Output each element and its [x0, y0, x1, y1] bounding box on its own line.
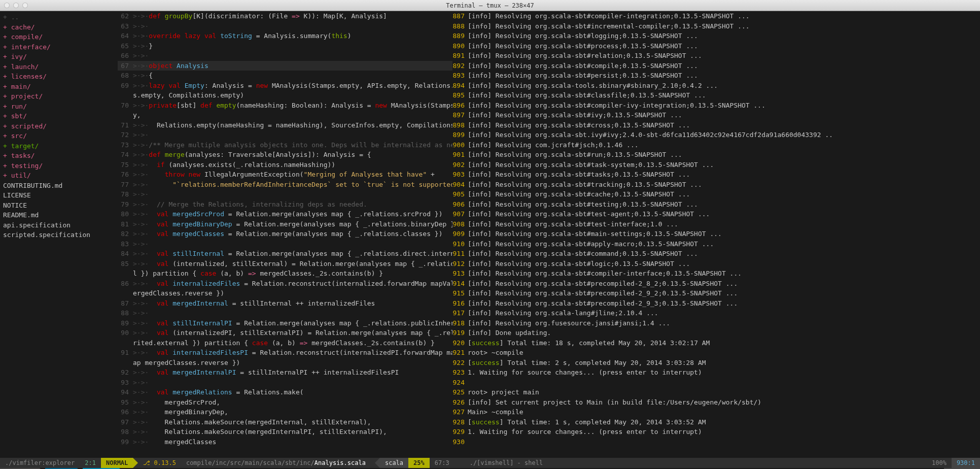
file-item[interactable]: README.md	[0, 210, 118, 220]
file-item[interactable]: LICENSE	[0, 190, 118, 200]
file-item[interactable]: api.specification	[0, 220, 118, 230]
code-line[interactable]: 81>·>· val mergedBinaryDep = Relation.me…	[118, 219, 452, 229]
code-line[interactable]: 86>·>· val internalizedFiles = Relation.…	[118, 279, 452, 289]
dir-item[interactable]: + testing/	[0, 161, 118, 171]
code-line[interactable]: 82>·>· val mergedClasses = Relation.merg…	[118, 229, 452, 239]
log-line: 912[info] Resolving org.scala-sbt#logic;…	[452, 259, 980, 269]
fold-marks: >·>·	[133, 378, 149, 388]
code-line[interactable]: 74>·>·def merge(analyses: Traversable[An…	[118, 150, 452, 160]
code-line[interactable]: 77>·>· "`relations.memberRefAndInheritan…	[118, 180, 452, 190]
dir-item[interactable]: + cache/	[0, 22, 118, 32]
status-cursor: 67:3	[430, 458, 454, 468]
code-line[interactable]: 67>·>·object Analysis	[118, 61, 452, 71]
code-line[interactable]: 78>·>·	[118, 189, 452, 199]
code-line[interactable]: 73>·>·/** Merge multiple analysis object…	[118, 140, 452, 150]
traffic-lights[interactable]	[4, 3, 28, 8]
line-number: 71	[118, 120, 133, 130]
dir-item[interactable]: + ivy/	[0, 52, 118, 62]
code-line[interactable]: 87>·>· val mergedInternal = stillInterna…	[118, 298, 452, 309]
dir-item[interactable]: + target/	[0, 141, 118, 151]
code-line[interactable]: 85>·>· val (internalized, stillExternal)…	[118, 259, 452, 269]
code-line[interactable]: 96>·>· mergedBinaryDep,	[118, 407, 452, 417]
code-line[interactable]: 66>·>·	[118, 51, 452, 61]
code-line[interactable]: 94>·>· val mergedRelations = Relations.m…	[118, 387, 452, 397]
code-line[interactable]: 79>·>· // Merge the Relations, internali…	[118, 199, 452, 210]
code-text: val mergedSrcProd = Relation.merge(analy…	[149, 209, 442, 219]
code-text: lazy val Empty: Analysis = new MAnalysis…	[149, 81, 452, 91]
dir-item[interactable]: + licenses/	[0, 72, 118, 82]
code-editor[interactable]: 62>·>·def groupBy[K](discriminator: (Fil…	[118, 11, 452, 458]
sbt-shell[interactable]: 887[info] Resolving org.scala-sbt#compil…	[452, 11, 980, 458]
code-line[interactable]: 83>·>·	[118, 239, 452, 249]
fold-marks: >·>·	[133, 387, 149, 397]
code-line[interactable]: 62>·>·def groupBy[K](discriminator: (Fil…	[118, 11, 452, 21]
fold-marks: >·>·	[133, 189, 149, 199]
code-line[interactable]: 91>·>· val internalizedFilesPI = Relatio…	[118, 348, 452, 358]
code-line[interactable]: 98>·>· Relations.makeSource(mergedIntern…	[118, 427, 452, 437]
file-item[interactable]: CONTRIBUTING.md	[0, 181, 118, 191]
log-line: 895[info] Resolving org.scala-sbt#classf…	[452, 90, 980, 100]
code-line[interactable]: s.empty, Compilations.empty)	[118, 90, 452, 100]
fold-marks: >·>·	[133, 160, 149, 170]
fold-marks: >·>·	[133, 100, 149, 111]
code-line[interactable]: 64>·>·override lazy val toString = Analy…	[118, 31, 452, 41]
file-item[interactable]: + ..	[0, 12, 118, 22]
code-line[interactable]: rited.external }) partition { case (a, b…	[118, 338, 452, 348]
log-text: [info] Resolving org.scala-sbt#run;0.13.…	[468, 150, 682, 160]
fold-marks: >·>·	[133, 367, 149, 378]
log-line-number: 907	[452, 209, 468, 219]
code-line[interactable]: 71>·>· Relations.empty(nameHashing = nam…	[118, 120, 452, 130]
dir-item[interactable]: + src/	[0, 131, 118, 141]
code-line[interactable]: 76>·>· throw new IllegalArgumentExceptio…	[118, 170, 452, 180]
code-line[interactable]: 72>·>·	[118, 130, 452, 140]
file-item[interactable]: NOTICE	[0, 200, 118, 211]
dir-item[interactable]: + project/	[0, 91, 118, 102]
dir-item[interactable]: + tasks/	[0, 151, 118, 161]
code-line[interactable]: 95>·>· mergedSrcProd,	[118, 397, 452, 408]
code-line[interactable]: y,	[118, 110, 452, 120]
code-text: mergedBinaryDep,	[149, 407, 228, 417]
code-line[interactable]: 93>·>·	[118, 378, 452, 388]
minimize-button[interactable]	[13, 3, 19, 8]
dir-item[interactable]: + util/	[0, 171, 118, 181]
dir-item[interactable]: + scripted/	[0, 121, 118, 131]
line-number	[118, 110, 133, 120]
file-explorer[interactable]: + ..+ cache/+ compile/+ interface/+ ivy/…	[0, 11, 118, 458]
code-line[interactable]: 88>·>·	[118, 308, 452, 318]
dir-item[interactable]: + sbt/	[0, 111, 118, 121]
file-item[interactable]: scripted.specification	[0, 230, 118, 240]
dir-item[interactable]: + launch/	[0, 62, 118, 72]
code-text: "`relations.memberRefAndInheritanceDeps`…	[149, 180, 452, 190]
code-line[interactable]: 80>·>· val mergedSrcProd = Relation.merg…	[118, 209, 452, 219]
dir-item[interactable]: + compile/	[0, 32, 118, 42]
fold-marks: >·>·	[133, 21, 149, 31]
code-text: s.empty, Compilations.empty)	[133, 90, 244, 100]
code-line[interactable]: 65>·>·}	[118, 41, 452, 51]
code-line[interactable]: 90>·>· val (internalizedPI, stillExterna…	[118, 328, 452, 338]
log-line: 921root> ~compile	[452, 348, 980, 358]
dir-item[interactable]: + main/	[0, 82, 118, 92]
code-line[interactable]: 70>·>·private[sbt] def empty(nameHashing…	[118, 100, 452, 111]
log-line: 916[info] Resolving org.scala-sbt#precom…	[452, 298, 980, 309]
code-line[interactable]: ergedClasses.reverse })	[118, 288, 452, 298]
code-line[interactable]: 75>·>· if (analyses.exists(_.relations.n…	[118, 160, 452, 170]
close-button[interactable]	[4, 3, 10, 8]
fold-marks: >·>·	[133, 150, 149, 160]
log-line-number: 926	[452, 397, 468, 408]
code-line[interactable]: ap mergedClasses.reverse })	[118, 358, 452, 368]
code-line[interactable]: 97>·>· Relations.makeSource(mergedIntern…	[118, 417, 452, 427]
log-line-number: 915	[452, 288, 468, 298]
code-line[interactable]: 92>·>· val mergedInternalPI = stillInter…	[118, 367, 452, 378]
code-line[interactable]: l }) partition { case (a, b) => mergedCl…	[118, 269, 452, 279]
code-line[interactable]: 89>·>· val stillInternalPI = Relation.me…	[118, 318, 452, 328]
dir-item[interactable]: + interface/	[0, 42, 118, 52]
code-text: {	[149, 71, 153, 81]
code-line[interactable]: 69>·>·lazy val Empty: Analysis = new MAn…	[118, 81, 452, 91]
code-line[interactable]: 84>·>· val stillInternal = Relation.merg…	[118, 249, 452, 259]
dir-item[interactable]: + run/	[0, 102, 118, 112]
zoom-button[interactable]	[22, 3, 28, 8]
log-line: 910[info] Resolving org.scala-sbt#apply-…	[452, 239, 980, 249]
code-line[interactable]: 68>·>·{	[118, 71, 452, 81]
code-line[interactable]: 63>·>·	[118, 21, 452, 31]
code-line[interactable]: 99>·>· mergedClasses	[118, 437, 452, 447]
